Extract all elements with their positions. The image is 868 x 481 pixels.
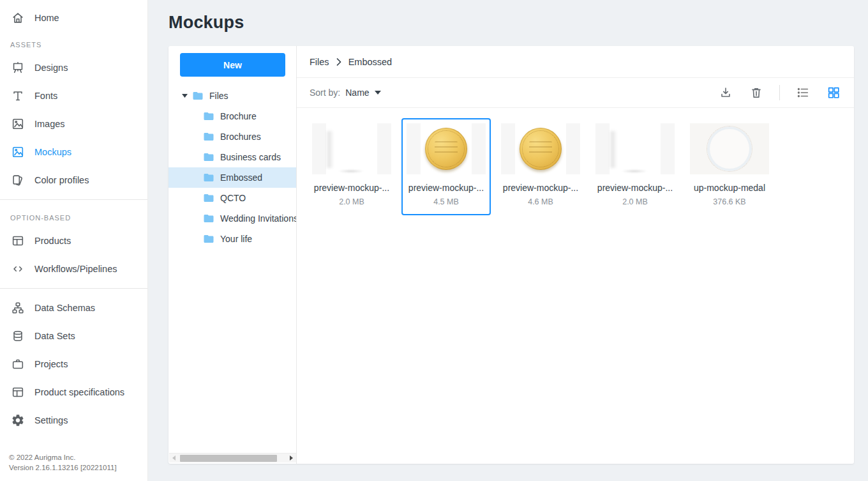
file-thumbnail-white-card [595, 123, 675, 174]
image-icon [10, 144, 26, 160]
folder-tree-pane: New Files Brochure [168, 46, 297, 464]
file-card-selected[interactable]: preview-mockup-... 4.5 MB [401, 118, 491, 215]
sidebar-item-label: Data Schemas [34, 303, 95, 313]
breadcrumb-item-files[interactable]: Files [310, 57, 329, 67]
sidebar-item-label: Color profiles [34, 175, 89, 185]
sidebar-item-label: Workflows/Pipelines [34, 264, 117, 274]
sidebar: Home ASSETS Designs Fonts Images Mockups… [0, 0, 148, 481]
file-card[interactable]: up-mockup-medal 376.6 KB [685, 118, 774, 215]
horizontal-scrollbar[interactable] [169, 453, 296, 462]
version-text: Version 2.16.1.13216 [20221011] [9, 462, 117, 473]
tree-item-label: Business cards [220, 152, 281, 162]
tree-item-business-cards[interactable]: Business cards [168, 147, 296, 167]
file-card[interactable]: preview-mockup-... 2.0 MB [590, 118, 680, 215]
delete-button[interactable] [749, 85, 764, 100]
file-name: preview-mockup-... [595, 183, 675, 193]
tree-item-label: Brochures [220, 132, 261, 142]
toolbar: Sort by: Name [297, 78, 854, 108]
easel-icon [10, 60, 26, 75]
download-icon [719, 86, 733, 100]
breadcrumb: Files Embossed [297, 46, 854, 78]
tree-item-wedding-invitations[interactable]: Wedding Invitations [168, 208, 296, 229]
sidebar-item-images[interactable]: Images [0, 110, 147, 138]
sidebar-footer: © 2022 Aurigma Inc. Version 2.16.1.13216… [9, 452, 117, 473]
scroll-right-arrow[interactable] [287, 454, 296, 463]
file-grid: preview-mockup-... 2.0 MB preview-mockup… [297, 108, 854, 464]
main-content: Mockups New Files B [148, 0, 868, 481]
sidebar-item-data-sets[interactable]: Data Sets [0, 322, 147, 350]
sidebar-item-designs[interactable]: Designs [0, 54, 147, 82]
sidebar-item-label: Products [34, 236, 71, 246]
sidebar-item-product-specifications[interactable]: Product specifications [0, 378, 147, 406]
sidebar-item-projects[interactable]: Projects [0, 350, 147, 378]
sidebar-item-label: Settings [34, 415, 68, 425]
scroll-left-arrow[interactable] [169, 454, 179, 463]
sidebar-item-mockups[interactable]: Mockups [0, 138, 147, 166]
list-view-button[interactable] [795, 85, 811, 100]
sidebar-divider [0, 199, 147, 200]
sidebar-item-data-schemas[interactable]: Data Schemas [0, 294, 147, 322]
file-card[interactable]: preview-mockup-... 4.6 MB [496, 118, 585, 215]
sidebar-item-label: Home [34, 13, 59, 23]
file-thumbnail-circle-outline [690, 123, 769, 174]
gear-icon [10, 413, 26, 428]
tree-item-files[interactable]: Files [168, 86, 296, 106]
sort-dropdown[interactable]: Name [345, 88, 380, 98]
trash-icon [749, 86, 763, 100]
tree-item-label: Embossed [220, 172, 262, 183]
tree-item-brochures[interactable]: Brochures [168, 126, 296, 147]
scrollbar-thumb[interactable] [180, 455, 277, 462]
tree-item-label: Your life [220, 234, 252, 244]
sidebar-item-products[interactable]: Products [0, 227, 147, 255]
content-pane: Files Embossed Sort by: Name [297, 46, 854, 464]
code-icon [10, 261, 26, 277]
caret-down-icon [375, 91, 381, 95]
file-thumbnail-gold-coin [407, 123, 486, 174]
grid-view-icon [827, 86, 841, 100]
sidebar-item-color-profiles[interactable]: Color profiles [0, 166, 147, 194]
tree-item-label: Files [209, 91, 228, 101]
tree-item-label: Brochure [220, 111, 257, 121]
file-thumbnail-white-card [312, 123, 391, 174]
caret-down-icon[interactable] [179, 94, 190, 98]
sidebar-item-label: Data Sets [34, 331, 75, 341]
org-chart-icon [10, 300, 26, 316]
sidebar-item-workflows[interactable]: Workflows/Pipelines [0, 255, 147, 283]
folder-icon [203, 151, 214, 163]
file-size: 2.0 MB [312, 197, 391, 206]
gold-coin-image [425, 128, 467, 170]
file-card[interactable]: preview-mockup-... 2.0 MB [307, 118, 396, 215]
folder-icon [203, 192, 214, 204]
file-name: preview-mockup-... [407, 183, 486, 193]
file-name: preview-mockup-... [501, 183, 580, 193]
layout-icon [10, 385, 26, 400]
sidebar-item-label: Projects [34, 359, 68, 369]
file-name: up-mockup-medal [690, 183, 769, 193]
tree-item-embossed[interactable]: Embossed [168, 167, 296, 188]
sidebar-item-home[interactable]: Home [0, 4, 147, 32]
folder-icon [203, 172, 214, 183]
sidebar-item-fonts[interactable]: Fonts [0, 82, 147, 110]
folder-icon [203, 131, 214, 142]
sidebar-item-label: Product specifications [34, 387, 124, 397]
tree-item-brochure[interactable]: Brochure [168, 106, 296, 126]
new-button[interactable]: New [180, 53, 285, 77]
database-icon [10, 328, 26, 344]
sidebar-item-label: Designs [34, 63, 68, 73]
sidebar-item-label: Images [34, 119, 65, 129]
copyright-text: © 2022 Aurigma Inc. [9, 452, 117, 463]
home-icon [10, 10, 26, 26]
chevron-right-icon [336, 58, 341, 66]
type-icon [10, 88, 26, 103]
folder-icon [203, 213, 214, 224]
sidebar-item-label: Fonts [34, 91, 57, 101]
sidebar-item-label: Mockups [34, 147, 71, 157]
grid-view-button[interactable] [826, 85, 841, 100]
file-browser-panel: New Files Brochure [168, 46, 854, 464]
sort-value: Name [345, 88, 369, 98]
tree-item-qcto[interactable]: QCTO [168, 188, 296, 208]
download-button[interactable] [718, 85, 733, 100]
tree-item-your-life[interactable]: Your life [168, 229, 296, 249]
tree-item-label: Wedding Invitations [220, 213, 297, 224]
sidebar-item-settings[interactable]: Settings [0, 406, 147, 434]
